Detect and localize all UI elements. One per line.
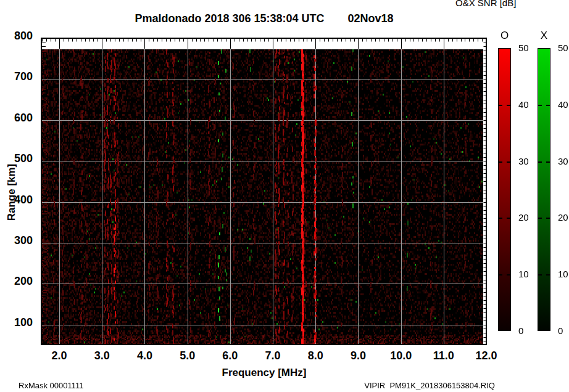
x-tick-label: 2.0	[45, 350, 73, 361]
colorbar-tick-dash	[499, 218, 510, 219]
rxmask-footer: RxMask 00001111	[19, 381, 84, 390]
colorbar-tick-dash	[538, 161, 550, 163]
colorbar-tick-label: 50	[518, 43, 536, 53]
plot-title: Pmaldonado 2018 306 15:38:04 UTC	[135, 12, 324, 25]
y-tick-label: 400	[7, 194, 33, 205]
x-tick-label: 9.0	[344, 350, 372, 361]
colorbar-tick-dash	[538, 218, 550, 219]
colorbar-tick-label: 20	[518, 213, 536, 223]
x-tick-label: 3.0	[88, 350, 116, 361]
colorbar-tick-dash	[499, 105, 510, 106]
colorbar-tick-dash	[538, 274, 550, 276]
x-axis-label: Frequency [MHz]	[215, 367, 314, 379]
colorbar-tick-dash	[538, 105, 550, 106]
x-tick-label: 6.0	[216, 350, 244, 361]
colorbar-tick-dash	[499, 161, 510, 163]
y-tick-label: 500	[7, 153, 33, 164]
x-tick-label: 7.0	[259, 350, 287, 361]
y-tick-label: 200	[7, 276, 33, 287]
colorbar-tick-label: 40	[518, 100, 536, 110]
y-tick-label: 600	[7, 112, 33, 123]
colorbar-tick-label: 10	[558, 269, 569, 279]
x-tick-label: 10.0	[387, 350, 415, 361]
y-tick-label: 800	[7, 30, 33, 41]
ionogram-heatmap-canvas	[42, 49, 483, 344]
colorbar-tick-dash	[499, 274, 510, 276]
y-tick-label: 100	[7, 317, 33, 328]
colorbar-tick-label: 50	[558, 43, 569, 53]
colorbar-tick-label: 30	[518, 157, 536, 166]
x-tick-label: 8.0	[301, 350, 330, 361]
o-snr-colorbar	[498, 48, 511, 331]
colorbar-tick-label: 40	[558, 100, 569, 110]
x-colorbar-label: X	[538, 30, 550, 41]
y-tick-label: 700	[7, 71, 33, 82]
plot-title-row: Pmaldonado 2018 306 15:38:04 UTC 02Nov18	[41, 12, 487, 25]
colorbar-tick-label: 30	[558, 157, 569, 166]
x-tick-label: 4.0	[130, 350, 159, 361]
colorbar-tick-label: 0	[558, 326, 569, 336]
ionogram-page: Pmaldonado 2018 306 15:38:04 UTC 02Nov18…	[0, 0, 569, 392]
x-snr-colorbar	[538, 48, 550, 331]
y-axis-label: Range [km]	[6, 155, 18, 229]
plot-date: 02Nov18	[348, 12, 394, 25]
colorbar-tick-label: 0	[518, 326, 536, 336]
colorbar-title: O&X SNR [dB]	[455, 0, 516, 8]
y-tick-label: 300	[7, 235, 33, 246]
o-colorbar-label: O	[498, 30, 511, 41]
x-tick-label: 5.0	[173, 350, 202, 361]
datafile-footer: VIPIR PM91K_2018306153804.RIQ	[364, 381, 495, 390]
x-tick-label: 11.0	[430, 350, 458, 361]
colorbar-tick-label: 20	[558, 213, 569, 223]
colorbar-tick-label: 10	[518, 269, 536, 279]
x-tick-label: 12.0	[472, 350, 500, 361]
